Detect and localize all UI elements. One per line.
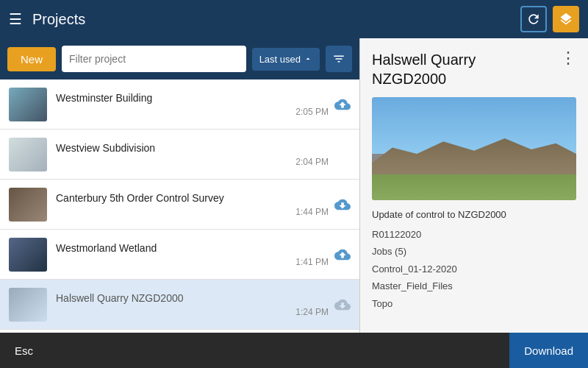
meta-line-4: Topo bbox=[372, 295, 576, 312]
app-header: ☰ Projects bbox=[0, 0, 588, 38]
project-time-westview: 2:04 PM bbox=[56, 157, 329, 167]
project-time-halswell: 1:24 PM bbox=[56, 307, 329, 317]
project-info-halswell: Halswell Quarry NZGD2000 1:24 PM bbox=[56, 292, 329, 317]
new-button[interactable]: New bbox=[7, 47, 56, 71]
refresh-icon bbox=[526, 12, 541, 26]
detail-image bbox=[372, 97, 576, 200]
meta-line-1: Jobs (5) bbox=[372, 243, 576, 260]
hamburger-icon[interactable]: ☰ bbox=[9, 12, 22, 26]
header-actions bbox=[520, 6, 579, 32]
project-thumb-halswell bbox=[9, 288, 47, 322]
project-time-canterbury: 1:44 PM bbox=[56, 207, 329, 217]
detail-menu-icon[interactable]: ⋮ bbox=[560, 50, 576, 66]
layers-icon bbox=[559, 12, 573, 26]
download-button[interactable]: Download bbox=[509, 333, 588, 368]
project-sync-canterbury bbox=[334, 197, 351, 213]
detail-header: Halswell QuarryNZGD2000 ⋮ bbox=[372, 50, 576, 88]
main-content: New Last used Westminster Building bbox=[0, 38, 588, 333]
sort-icon bbox=[304, 54, 312, 63]
project-thumb-canterbury bbox=[9, 188, 47, 222]
cloud-upload-icon2 bbox=[334, 247, 351, 263]
meta-line-0: R01122020 bbox=[372, 226, 576, 243]
project-info-westmorland: Westmorland Wetland 1:41 PM bbox=[56, 242, 329, 267]
project-sync-halswell bbox=[334, 297, 351, 313]
project-item-westview[interactable]: Westview Subdivision 2:04 PM bbox=[0, 130, 359, 180]
projects-toolbar: New Last used bbox=[0, 38, 359, 79]
refresh-button[interactable] bbox=[520, 6, 547, 32]
meta-line-2: Control_01-12-2020 bbox=[372, 261, 576, 277]
project-name-canterbury: Canterbury 5th Order Control Survey bbox=[56, 192, 329, 204]
project-item-halswell[interactable]: Halswell Quarry NZGD2000 1:24 PM bbox=[0, 280, 359, 330]
page-title: Projects bbox=[32, 11, 520, 28]
project-item-westmorland[interactable]: Westmorland Wetland 1:41 PM bbox=[0, 230, 359, 280]
cloud-download-icon bbox=[334, 297, 351, 313]
project-sync-westmorland bbox=[334, 247, 351, 263]
cloud-sync-icon bbox=[334, 197, 351, 213]
project-thumb-westmorland bbox=[9, 238, 47, 272]
filter-icon bbox=[332, 52, 345, 66]
project-item-canterbury[interactable]: Canterbury 5th Order Control Survey 1:44… bbox=[0, 180, 359, 230]
project-sync-westminster bbox=[334, 96, 351, 113]
project-list: Westminster Building 2:05 PM Westview Su… bbox=[0, 79, 359, 333]
esc-button[interactable]: Esc bbox=[0, 333, 59, 368]
project-name-westview: Westview Subdivision bbox=[56, 142, 329, 154]
bottom-bar: Esc Download bbox=[0, 333, 588, 368]
project-time-westmorland: 1:41 PM bbox=[56, 257, 329, 267]
project-item-westminster[interactable]: Westminster Building 2:05 PM bbox=[0, 79, 359, 130]
detail-sky bbox=[372, 97, 576, 154]
project-name-westminster: Westminster Building bbox=[56, 92, 329, 104]
meta-line-3: Master_Field_Files bbox=[372, 277, 576, 294]
detail-panel: Halswell QuarryNZGD2000 ⋮ Update of cont… bbox=[360, 38, 588, 333]
project-name-westmorland: Westmorland Wetland bbox=[56, 242, 329, 254]
detail-meta: R01122020 Jobs (5) Control_01-12-2020 Ma… bbox=[372, 226, 576, 312]
layers-button[interactable] bbox=[553, 6, 579, 32]
project-info-westminster: Westminster Building 2:05 PM bbox=[56, 92, 329, 117]
filter-button[interactable] bbox=[326, 46, 352, 72]
detail-title: Halswell QuarryNZGD2000 bbox=[372, 50, 476, 88]
project-thumb-westminster bbox=[9, 88, 47, 121]
project-name-halswell: Halswell Quarry NZGD2000 bbox=[56, 292, 329, 304]
detail-grass bbox=[372, 174, 576, 200]
project-thumb-westview bbox=[9, 138, 47, 171]
detail-description: Update of control to NZGD2000 bbox=[372, 209, 576, 220]
sort-label: Last used bbox=[259, 54, 301, 65]
cloud-upload-icon bbox=[334, 96, 351, 113]
sort-button[interactable]: Last used bbox=[252, 48, 320, 71]
project-info-westview: Westview Subdivision 2:04 PM bbox=[56, 142, 329, 167]
project-time-westminster: 2:05 PM bbox=[56, 107, 329, 117]
projects-panel: New Last used Westminster Building bbox=[0, 38, 360, 333]
filter-input[interactable] bbox=[62, 46, 246, 72]
project-info-canterbury: Canterbury 5th Order Control Survey 1:44… bbox=[56, 192, 329, 217]
